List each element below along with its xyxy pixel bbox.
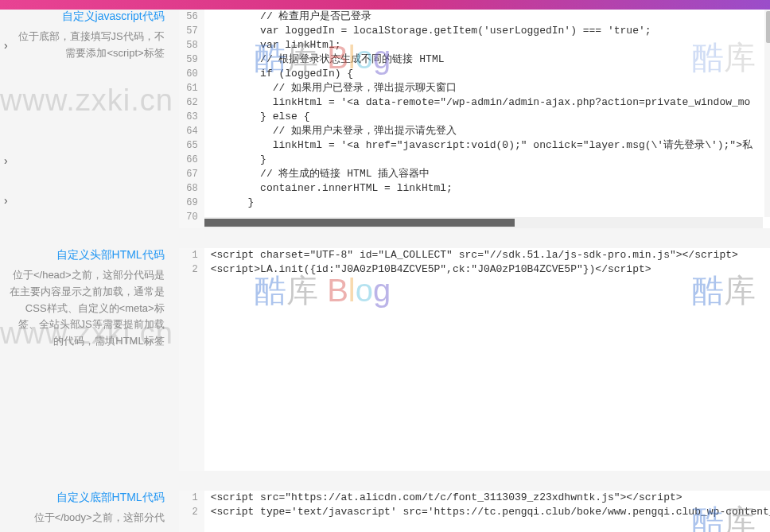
section-desc: 位于底部，直接填写JS代码，不需要添加<script>标签 xyxy=(8,29,165,62)
section-custom-head-html: 自定义头部HTML代码 位于</head>之前，这部分代码是在主要内容显示之前加… xyxy=(8,248,770,471)
label-column: 自定义javascript代码 位于底部，直接填写JS代码，不需要添加<scri… xyxy=(8,10,179,228)
label-column: 自定义底部HTML代码 位于</body>之前，这部分代 xyxy=(8,491,179,532)
scrollbar-vertical[interactable] xyxy=(764,10,770,217)
top-gradient-bar xyxy=(0,0,770,10)
scrollbar-thumb[interactable] xyxy=(204,219,515,227)
sidebar-toggle-1[interactable]: › xyxy=(0,25,8,65)
code-content[interactable]: <script charset="UTF-8" id="LA_COLLECT" … xyxy=(204,248,770,471)
sidebar: › › › xyxy=(0,10,8,532)
main-content: 自定义javascript代码 位于底部，直接填写JS代码，不需要添加<scri… xyxy=(8,10,770,532)
scrollbar-horizontal[interactable] xyxy=(204,217,763,228)
section-title: 自定义头部HTML代码 xyxy=(8,248,165,262)
section-title: 自定义javascript代码 xyxy=(8,10,165,24)
section-desc: 位于</head>之前，这部分代码是在主要内容显示之前加载，通常是CSS样式、自… xyxy=(8,267,165,350)
sidebar-toggle-2[interactable]: › xyxy=(0,141,8,181)
code-editor-js[interactable]: 565758596061626364656667686970 // 检查用户是否… xyxy=(179,10,770,228)
section-custom-js: 自定义javascript代码 位于底部，直接填写JS代码，不需要添加<scri… xyxy=(8,10,770,228)
code-editor-foot[interactable]: 12 <script src="https://at.alicdn.com/t/… xyxy=(179,491,770,532)
code-content[interactable]: <script src="https://at.alicdn.com/t/c/f… xyxy=(204,491,770,532)
line-gutter: 565758596061626364656667686970 xyxy=(179,10,204,228)
line-gutter: 12 xyxy=(179,248,204,471)
code-content[interactable]: // 检查用户是否已登录 var loggedIn = localStorage… xyxy=(204,10,770,228)
section-custom-foot-html: 自定义底部HTML代码 位于</body>之前，这部分代 12 <script … xyxy=(8,491,770,532)
section-title: 自定义底部HTML代码 xyxy=(8,491,165,505)
scrollbar-thumb[interactable] xyxy=(766,11,770,43)
label-column: 自定义头部HTML代码 位于</head>之前，这部分代码是在主要内容显示之前加… xyxy=(8,248,179,471)
sidebar-toggle-3[interactable]: › xyxy=(0,181,8,220)
line-gutter: 12 xyxy=(179,491,204,532)
section-desc: 位于</body>之前，这部分代 xyxy=(8,510,165,526)
code-editor-head[interactable]: 12 <script charset="UTF-8" id="LA_COLLEC… xyxy=(179,248,770,471)
